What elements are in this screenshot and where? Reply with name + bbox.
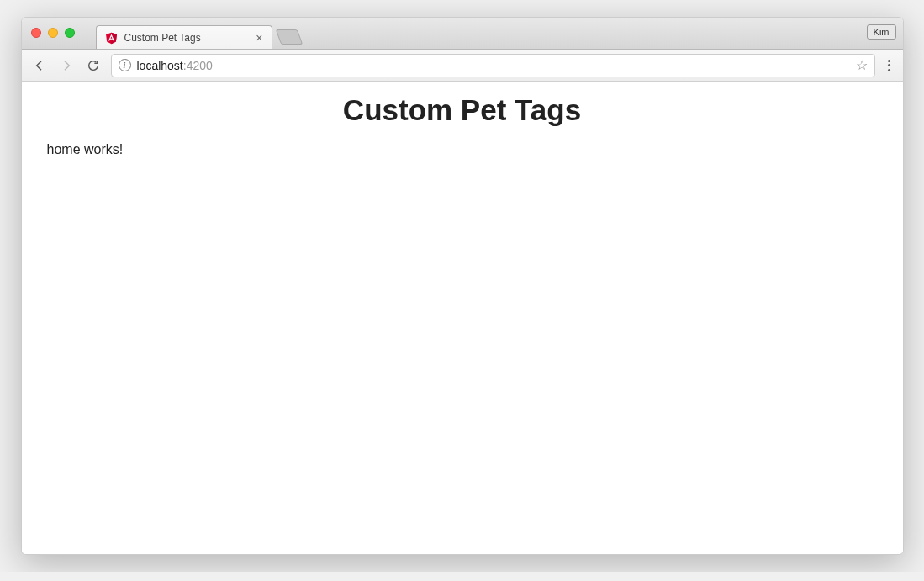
tab-strip: Custom Pet Tags × [96, 18, 300, 49]
page-content: Custom Pet Tags home works! [22, 82, 903, 554]
window-controls [31, 28, 75, 38]
reload-button[interactable] [84, 56, 103, 75]
forward-button[interactable] [57, 56, 76, 75]
new-tab-button[interactable] [275, 29, 303, 45]
toolbar: i localhost:4200 ☆ [22, 50, 903, 82]
profile-badge[interactable]: Kim [867, 24, 896, 40]
url-text: localhost:4200 [137, 59, 850, 72]
site-info-icon[interactable]: i [119, 59, 131, 71]
bookmark-star-icon[interactable]: ☆ [856, 57, 868, 73]
address-bar[interactable]: i localhost:4200 ☆ [111, 54, 875, 77]
tab-title: Custom Pet Tags [124, 32, 251, 44]
url-host: localhost [137, 59, 183, 72]
tab-close-button[interactable]: × [256, 32, 262, 44]
titlebar: Custom Pet Tags × Kim [22, 18, 903, 50]
back-button[interactable] [30, 56, 49, 75]
minimize-window-button[interactable] [48, 28, 58, 38]
maximize-window-button[interactable] [65, 28, 75, 38]
page-body-text: home works! [47, 142, 878, 157]
page-heading: Custom Pet Tags [47, 93, 878, 127]
browser-tab[interactable]: Custom Pet Tags × [96, 25, 272, 49]
browser-window: Custom Pet Tags × Kim i loca [21, 17, 904, 555]
angular-favicon-icon [105, 31, 119, 45]
close-window-button[interactable] [31, 28, 41, 38]
url-port: :4200 [183, 59, 213, 72]
browser-menu-button[interactable] [884, 60, 895, 71]
